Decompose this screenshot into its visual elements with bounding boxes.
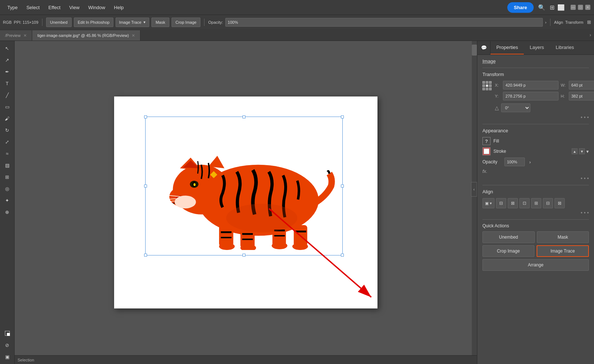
- tab-rgb-preview[interactable]: /Preview ✕: [0, 30, 32, 41]
- ref-dot-2: [486, 81, 488, 84]
- align-right-button[interactable]: ⊡: [519, 198, 530, 208]
- panel-content: Image Transform: [477, 55, 594, 364]
- qa-crop-image-button[interactable]: Crop Image: [482, 245, 534, 257]
- minimize-button[interactable]: —: [571, 5, 576, 10]
- align-to-select-button[interactable]: ▣ ▾: [482, 198, 495, 208]
- handle-top-left[interactable]: [144, 115, 147, 118]
- stroke-decrease-button[interactable]: ▼: [579, 148, 585, 154]
- mesh-tool-icon[interactable]: ⊞: [2, 172, 13, 182]
- menu-type[interactable]: Type: [4, 3, 21, 12]
- grid-view-icon[interactable]: ⊞: [550, 4, 554, 11]
- fill-stroke-icon[interactable]: [2, 328, 13, 338]
- tab-layers[interactable]: Layers: [524, 41, 550, 54]
- menu-help[interactable]: Help: [110, 3, 128, 12]
- scale-tool-icon[interactable]: ⤢: [2, 137, 13, 147]
- zoom-tool-icon[interactable]: ⊕: [2, 207, 13, 217]
- menu-window[interactable]: Window: [84, 3, 109, 12]
- opacity-expand-icon[interactable]: ›: [529, 159, 531, 165]
- pen-tool-icon[interactable]: ✒: [2, 67, 13, 77]
- stroke-controls: ▲ ▼ ▾: [572, 148, 589, 154]
- handle-top-right[interactable]: [341, 115, 344, 118]
- tab-rgb-preview-close[interactable]: ✕: [23, 33, 27, 38]
- align-buttons-row: ▣ ▾ ⊟ ⊠ ⊡ ⊞ ⊟ ⊠: [482, 198, 589, 208]
- type-tool-icon[interactable]: T: [2, 78, 13, 88]
- handle-bottom-right[interactable]: [341, 254, 344, 257]
- align-center-h-button[interactable]: ⊠: [508, 198, 518, 208]
- menu-select[interactable]: Select: [23, 3, 43, 12]
- close-button[interactable]: ✕: [585, 5, 590, 10]
- warp-tool-icon[interactable]: ≈: [2, 148, 13, 159]
- panel-collapse-button[interactable]: ‹: [471, 182, 477, 197]
- tab-properties[interactable]: Properties: [490, 41, 524, 54]
- x-label: X:: [495, 83, 501, 87]
- stroke-swatch[interactable]: [482, 147, 490, 155]
- comment-panel-button[interactable]: 💬: [477, 41, 490, 54]
- fill-swatch[interactable]: ?: [482, 137, 490, 145]
- handle-middle-left[interactable]: [144, 185, 147, 187]
- opacity-toolbar-input[interactable]: [225, 18, 543, 27]
- opacity-input[interactable]: [504, 158, 525, 166]
- blend-tool-icon[interactable]: ◎: [2, 183, 13, 194]
- align-center-v-button[interactable]: ⊟: [543, 198, 553, 208]
- h-input[interactable]: [569, 92, 594, 101]
- stroke-increase-button[interactable]: ▲: [572, 148, 578, 154]
- direct-select-tool-icon[interactable]: ↗: [2, 55, 13, 65]
- tab-rgb-preview-label: /Preview: [5, 33, 20, 38]
- h-label: H:: [561, 94, 567, 98]
- transform-ref-grid[interactable]: [482, 81, 492, 91]
- panel-layout-icon[interactable]: ⬜: [557, 4, 565, 11]
- qa-image-trace-button[interactable]: Image Trace: [537, 245, 589, 257]
- h-transform-row: H:: [561, 92, 594, 101]
- eyedropper-tool-icon[interactable]: ✦: [2, 195, 13, 205]
- vertical-scrollbar[interactable]: [472, 41, 477, 359]
- rotate-tool-icon[interactable]: ↻: [2, 125, 13, 135]
- ref-dot-9: [489, 88, 492, 90]
- opacity-expand-arrow[interactable]: ›: [545, 20, 546, 24]
- maximize-button[interactable]: □: [578, 5, 583, 10]
- handle-bottom-left[interactable]: [144, 254, 147, 257]
- more-toolbar-icon[interactable]: ⊞: [587, 19, 591, 25]
- qa-row-2: Crop Image Image Trace: [482, 245, 589, 257]
- align-bottom-button[interactable]: ⊠: [554, 198, 565, 208]
- image-trace-toolbar-dropdown[interactable]: Image Trace ▼: [116, 18, 149, 27]
- share-button[interactable]: Share: [507, 2, 534, 13]
- drawing-mode-icon[interactable]: ⊘: [2, 340, 13, 350]
- select-tool-icon[interactable]: ↖: [2, 43, 13, 53]
- align-more-options[interactable]: • • •: [482, 210, 589, 216]
- menu-view[interactable]: View: [65, 3, 83, 12]
- paint-brush-tool-icon[interactable]: 🖌: [2, 113, 13, 124]
- edit-photoshop-button[interactable]: Edit In Photoshop: [74, 18, 114, 27]
- qa-unembed-button[interactable]: Unembed: [482, 231, 535, 243]
- canvas-area[interactable]: Selection: [15, 41, 477, 364]
- handle-bottom-middle[interactable]: [243, 254, 245, 257]
- x-input[interactable]: [503, 81, 559, 90]
- qa-mask-button[interactable]: Mask: [537, 231, 589, 243]
- align-top-button[interactable]: ⊞: [531, 198, 541, 208]
- y-input[interactable]: [503, 92, 559, 101]
- qa-arrange-button[interactable]: Arrange: [482, 259, 589, 271]
- handle-middle-right[interactable]: [341, 185, 344, 187]
- gradient-tool-icon[interactable]: ▨: [2, 160, 13, 170]
- mask-toolbar-button[interactable]: Mask: [151, 18, 169, 27]
- search-icon[interactable]: 🔍: [537, 3, 547, 12]
- rect-tool-icon[interactable]: ▭: [2, 102, 13, 112]
- align-left-button[interactable]: ⊟: [496, 198, 506, 208]
- unembed-toolbar-button[interactable]: Unembed: [46, 18, 72, 27]
- angle-select[interactable]: 0° 45° 90°: [501, 103, 530, 112]
- menu-effect[interactable]: Effect: [45, 3, 64, 12]
- tabs-expand-icon[interactable]: ›: [587, 29, 594, 41]
- tab-tiger-image-close[interactable]: ✕: [132, 33, 135, 38]
- vertical-scrollbar-thumb[interactable]: [472, 45, 477, 56]
- line-tool-icon[interactable]: ╱: [2, 90, 13, 100]
- crop-image-toolbar-button[interactable]: Crop Image: [172, 18, 200, 27]
- tab-libraries[interactable]: Libraries: [550, 41, 580, 54]
- handle-top-middle[interactable]: [243, 115, 245, 118]
- align-section-title: Align: [482, 189, 589, 194]
- stroke-dropdown-icon[interactable]: ▾: [586, 149, 589, 154]
- tab-tiger-image[interactable]: tiger-image-sample.jpg* @ 45.86 % (RGB/P…: [32, 30, 140, 41]
- screen-mode-icon[interactable]: ▣: [2, 352, 13, 362]
- transform-more-options[interactable]: • • •: [482, 114, 589, 120]
- w-input[interactable]: [569, 81, 594, 90]
- transform-toolbar-label: Transform: [565, 20, 583, 24]
- appearance-more-options[interactable]: • • •: [482, 175, 589, 181]
